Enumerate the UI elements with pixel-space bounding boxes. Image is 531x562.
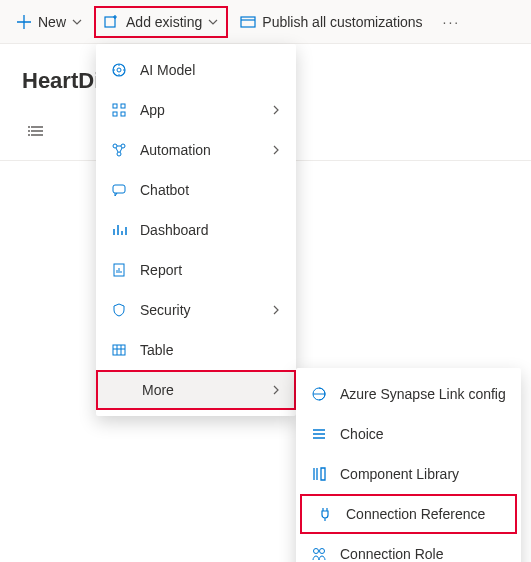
menu-item-label: Chatbot xyxy=(140,182,282,198)
menu-item-label: Connection Role xyxy=(340,546,507,562)
table-icon xyxy=(110,341,128,359)
menu-item-more[interactable]: More xyxy=(96,370,296,410)
publish-button[interactable]: Publish all customizations xyxy=(232,8,430,36)
svg-point-4 xyxy=(28,134,30,136)
overflow-button[interactable]: ··· xyxy=(435,8,469,36)
command-bar: New Add existing Publish all customizati… xyxy=(0,0,531,44)
more-label: More xyxy=(142,382,272,398)
component-library-icon xyxy=(310,465,328,483)
menu-item-component-library[interactable]: Component Library xyxy=(296,454,521,494)
svg-point-3 xyxy=(28,130,30,132)
menu-item-connection-reference[interactable]: Connection Reference xyxy=(300,494,517,534)
add-existing-label: Add existing xyxy=(126,14,202,30)
svg-point-12 xyxy=(121,144,125,148)
chevron-right-icon xyxy=(270,105,282,115)
menu-item-label: Connection Reference xyxy=(346,506,501,522)
chevron-right-icon xyxy=(270,305,282,315)
menu-item-label: Dashboard xyxy=(140,222,282,238)
svg-point-19 xyxy=(320,549,325,554)
menu-item-dashboard[interactable]: Dashboard xyxy=(96,210,296,250)
menu-item-chatbot[interactable]: Chatbot xyxy=(96,170,296,210)
menu-item-connection-role[interactable]: Connection Role xyxy=(296,534,521,562)
svg-point-18 xyxy=(314,549,319,554)
menu-item-label: Report xyxy=(140,262,282,278)
security-icon xyxy=(110,301,128,319)
publish-icon xyxy=(240,14,256,30)
svg-rect-1 xyxy=(241,17,255,27)
chevron-down-icon xyxy=(72,17,82,27)
publish-label: Publish all customizations xyxy=(262,14,422,30)
svg-rect-9 xyxy=(113,112,117,116)
svg-point-11 xyxy=(113,144,117,148)
menu-item-label: Azure Synapse Link config xyxy=(340,386,507,402)
menu-item-label: App xyxy=(140,102,258,118)
menu-item-label: Automation xyxy=(140,142,258,158)
menu-item-table[interactable]: Table xyxy=(96,330,296,370)
report-icon xyxy=(110,261,128,279)
svg-rect-10 xyxy=(121,112,125,116)
add-existing-button[interactable]: Add existing xyxy=(94,6,228,38)
automation-icon xyxy=(110,141,128,159)
menu-item-app[interactable]: App xyxy=(96,90,296,130)
menu-item-report[interactable]: Report xyxy=(96,250,296,290)
menu-item-label: Table xyxy=(140,342,282,358)
svg-rect-8 xyxy=(121,104,125,108)
svg-point-13 xyxy=(117,152,121,156)
choice-icon xyxy=(310,425,328,443)
more-submenu: Azure Synapse Link config Choice Compone… xyxy=(296,368,521,562)
plus-icon xyxy=(16,14,32,30)
menu-item-label: AI Model xyxy=(140,62,282,78)
more-horizontal-icon: ··· xyxy=(443,14,461,30)
chatbot-icon xyxy=(110,181,128,199)
app-icon xyxy=(110,101,128,119)
menu-item-synapse[interactable]: Azure Synapse Link config xyxy=(296,374,521,414)
list-icon xyxy=(28,122,46,140)
synapse-icon xyxy=(310,385,328,403)
connection-role-icon xyxy=(310,545,328,562)
svg-point-2 xyxy=(28,126,30,128)
svg-rect-0 xyxy=(105,17,115,27)
chevron-right-icon xyxy=(270,145,282,155)
menu-item-label: Security xyxy=(140,302,258,318)
menu-item-label: Choice xyxy=(340,426,507,442)
svg-rect-16 xyxy=(113,345,125,355)
menu-item-label: Component Library xyxy=(340,466,507,482)
menu-item-automation[interactable]: Automation xyxy=(96,130,296,170)
menu-item-ai-model[interactable]: AI Model xyxy=(96,50,296,90)
menu-item-security[interactable]: Security xyxy=(96,290,296,330)
add-existing-icon xyxy=(104,14,120,30)
ai-model-icon xyxy=(110,61,128,79)
connection-ref-icon xyxy=(316,505,334,523)
new-label: New xyxy=(38,14,66,30)
svg-point-6 xyxy=(117,68,121,72)
menu-item-choice[interactable]: Choice xyxy=(296,414,521,454)
chevron-down-icon xyxy=(208,17,218,27)
new-button[interactable]: New xyxy=(8,8,90,36)
svg-rect-7 xyxy=(113,104,117,108)
chevron-right-icon xyxy=(272,385,280,395)
svg-rect-14 xyxy=(113,185,125,193)
dashboard-icon xyxy=(110,221,128,239)
add-existing-menu: AI Model App Automation Chatbot Dashboar… xyxy=(96,44,296,416)
